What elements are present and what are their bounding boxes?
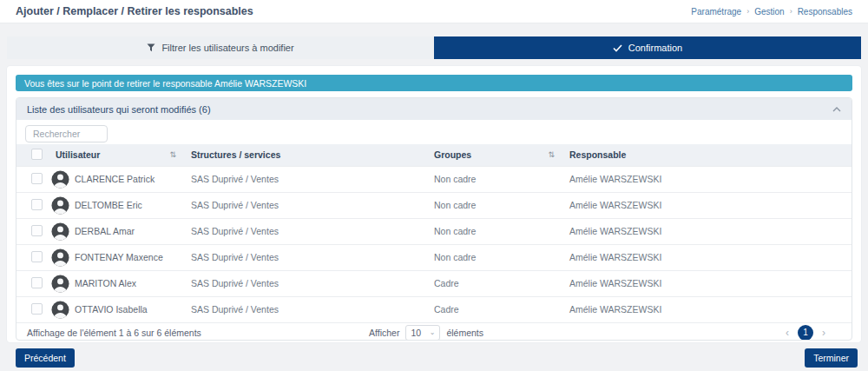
user-cell: DERBAL Amar	[48, 218, 183, 244]
pagination-page-1[interactable]: 1	[798, 325, 813, 341]
table-row: MARITON Alex SAS Duprivé / Ventes Cadre …	[16, 270, 852, 296]
row-checkbox[interactable]	[31, 251, 43, 262]
row-select-cell	[16, 218, 48, 244]
manager-cell: Amélie WARSZEWSKI	[562, 244, 852, 270]
group-cell: Non cadre	[426, 192, 562, 218]
items-label: éléments	[446, 328, 483, 338]
wizard-actions: Précédent Terminer	[16, 348, 861, 368]
row-select-cell	[16, 244, 48, 270]
warning-banner: Vous êtes sur le point de retirer le res…	[16, 75, 852, 91]
user-name: CLARENCE Patrick	[75, 174, 155, 184]
tab-label: Filtrer les utilisateurs à modifier	[161, 43, 293, 53]
breadcrumb-separator: ›	[790, 7, 792, 16]
column-header-manager: Responsable	[562, 144, 852, 166]
column-header-group[interactable]: Groupes ⇅	[426, 144, 562, 166]
table-row: OTTAVIO Isabella SAS Duprivé / Ventes Ca…	[16, 296, 852, 322]
breadcrumb-responsables[interactable]: Responsables	[798, 7, 852, 17]
table-body: CLARENCE Patrick SAS Duprivé / Ventes No…	[16, 166, 852, 322]
structure-cell: SAS Duprivé / Ventes	[183, 218, 426, 244]
user-name: OTTAVIO Isabella	[75, 304, 148, 315]
warning-text: Vous êtes sur le point de retirer le res…	[24, 78, 306, 89]
tab-filter-users[interactable]: Filtrer les utilisateurs à modifier	[7, 36, 434, 59]
group-cell: Cadre	[426, 270, 562, 296]
users-table: Utilisateur ⇅ Structures / services Grou…	[16, 144, 852, 322]
wizard-tabs: Filtrer les utilisateurs à modifier Conf…	[7, 36, 861, 59]
structure-cell: SAS Duprivé / Ventes	[183, 166, 426, 192]
manager-cell: Amélie WARSZEWSKI	[562, 296, 852, 322]
structure-cell: SAS Duprivé / Ventes	[183, 270, 426, 296]
breadcrumb-gestion[interactable]: Gestion	[754, 7, 784, 17]
top-bar: Ajouter / Remplacer / Retirer les respon…	[0, 0, 868, 23]
page-size-control: Afficher 10 ⌄ éléments	[369, 325, 483, 341]
user-cell: FONTENAY Maxence	[48, 244, 183, 270]
previous-button[interactable]: Précédent	[16, 348, 75, 368]
table-row: DELTOMBE Eric SAS Duprivé / Ventes Non c…	[16, 192, 852, 218]
user-cell: DELTOMBE Eric	[48, 192, 183, 218]
collapse-chevron-up-icon[interactable]	[832, 107, 841, 112]
table-footer: Affichage de l'élément 1 à 6 sur 6 éléme…	[16, 322, 852, 341]
manager-cell: Amélie WARSZEWSKI	[562, 192, 852, 218]
user-cell: OTTAVIO Isabella	[48, 296, 183, 322]
user-cell: MARITON Alex	[48, 270, 183, 296]
page-size-value: 10	[411, 328, 421, 338]
pagination-next-button[interactable]: ›	[822, 327, 825, 339]
user-name: DERBAL Amar	[75, 226, 135, 236]
page-size-select[interactable]: 10 ⌄	[405, 325, 440, 341]
users-panel: Liste des utilisateurs qui seront modifi…	[16, 97, 852, 341]
group-cell: Non cadre	[426, 166, 562, 192]
search-area	[16, 120, 852, 144]
table-row: DERBAL Amar SAS Duprivé / Ventes Non cad…	[16, 218, 852, 244]
user-cell: CLARENCE Patrick	[48, 166, 183, 192]
row-select-cell	[16, 296, 48, 322]
manager-cell: Amélie WARSZEWSKI	[562, 270, 852, 296]
manager-cell: Amélie WARSZEWSKI	[562, 218, 852, 244]
panel-header: Liste des utilisateurs qui seront modifi…	[16, 98, 852, 120]
user-avatar-icon	[51, 301, 69, 319]
group-cell: Non cadre	[426, 244, 562, 270]
confirmation-card: Vous êtes sur le point de retirer le res…	[7, 66, 861, 342]
row-checkbox[interactable]	[31, 199, 43, 210]
column-header-structure: Structures / services	[183, 144, 426, 166]
row-checkbox[interactable]	[31, 303, 43, 315]
user-name: DELTOMBE Eric	[75, 200, 142, 210]
check-icon	[613, 44, 622, 52]
panel-title: Liste des utilisateurs qui seront modifi…	[27, 104, 211, 115]
breadcrumb-parametrage[interactable]: Paramétrage	[691, 7, 741, 17]
show-label: Afficher	[369, 328, 399, 338]
user-name: MARITON Alex	[75, 278, 136, 288]
structure-cell: SAS Duprivé / Ventes	[183, 244, 426, 270]
user-avatar-icon	[51, 248, 69, 267]
pagination-prev-button[interactable]: ‹	[786, 327, 789, 339]
pagination: ‹ 1 ›	[483, 325, 841, 341]
finish-button[interactable]: Terminer	[805, 348, 858, 368]
row-checkbox[interactable]	[31, 277, 43, 288]
user-avatar-icon	[51, 170, 69, 189]
manager-cell: Amélie WARSZEWSKI	[562, 166, 852, 192]
table-row: CLARENCE Patrick SAS Duprivé / Ventes No…	[16, 166, 852, 192]
filter-icon	[147, 43, 155, 52]
row-checkbox[interactable]	[31, 173, 43, 184]
row-checkbox[interactable]	[31, 225, 43, 236]
row-select-cell	[16, 270, 48, 296]
tab-confirmation[interactable]: Confirmation	[434, 36, 861, 59]
user-name: FONTENAY Maxence	[75, 252, 163, 262]
table-header-row: Utilisateur ⇅ Structures / services Grou…	[16, 144, 852, 166]
user-avatar-icon	[51, 196, 69, 215]
column-header-user[interactable]: Utilisateur ⇅	[48, 144, 183, 166]
row-select-cell	[16, 192, 48, 218]
sort-icon[interactable]: ⇅	[169, 150, 176, 159]
user-avatar-icon	[51, 275, 69, 293]
structure-cell: SAS Duprivé / Ventes	[183, 192, 426, 218]
results-info: Affichage de l'élément 1 à 6 sur 6 éléme…	[27, 328, 369, 338]
select-all-checkbox[interactable]	[31, 149, 43, 160]
sort-icon[interactable]: ⇅	[548, 150, 555, 159]
user-avatar-icon	[51, 222, 69, 241]
group-cell: Cadre	[426, 296, 562, 322]
search-input[interactable]	[25, 125, 108, 142]
structure-cell: SAS Duprivé / Ventes	[183, 296, 426, 322]
row-select-cell	[16, 166, 48, 192]
table-row: FONTENAY Maxence SAS Duprivé / Ventes No…	[16, 244, 852, 270]
breadcrumb-separator: ›	[746, 7, 749, 16]
breadcrumb: Paramétrage › Gestion › Responsables	[691, 7, 852, 17]
page-title: Ajouter / Remplacer / Retirer les respon…	[16, 5, 253, 17]
